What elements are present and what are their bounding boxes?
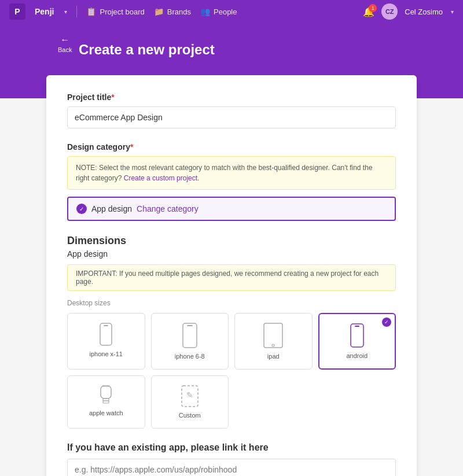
- iphone-x-11-icon: [100, 323, 112, 346]
- nav-item-brands[interactable]: 📁 Brands: [154, 7, 191, 16]
- device-placeholder-2: [318, 375, 396, 429]
- change-category-link[interactable]: Change category: [137, 204, 199, 213]
- back-label: Back: [58, 46, 72, 53]
- app-design-subtitle: App design: [67, 249, 396, 259]
- device-grid-row1: iphone x-11 iphone 6-8 ipad ✓: [67, 313, 396, 370]
- svg-rect-0: [100, 323, 112, 345]
- iphone-6-8-label: iphone 6-8: [175, 353, 205, 360]
- nav-divider: [76, 6, 77, 17]
- create-custom-project-link[interactable]: Create a custom project.: [124, 174, 200, 182]
- page-title: Create a new project: [79, 42, 405, 58]
- nav-item-people[interactable]: 👥 People: [200, 7, 237, 16]
- device-card-iphone-6-8[interactable]: iphone 6-8: [151, 313, 229, 370]
- svg-text:✎: ✎: [186, 390, 193, 400]
- navbar-right: 🔔 1 CZ Cel Zosimo ▾: [363, 3, 454, 20]
- nav-item-label-brands: Brands: [167, 8, 191, 16]
- nav-item-project-board[interactable]: 📋 Project board: [86, 7, 144, 16]
- device-card-custom[interactable]: ✎ Custom: [151, 375, 229, 429]
- notification-button[interactable]: 🔔 1: [363, 6, 374, 17]
- project-board-icon: 📋: [86, 7, 96, 16]
- brand-dropdown-arrow[interactable]: ▾: [64, 9, 67, 15]
- brands-icon: 📁: [154, 7, 164, 16]
- android-check-icon: ✓: [382, 318, 391, 327]
- category-check-icon: ✓: [76, 204, 87, 214]
- important-box: IMPORTANT: If you need multiple pages de…: [67, 264, 396, 291]
- nav-item-label-people: People: [214, 8, 237, 16]
- brand-logo[interactable]: P: [9, 3, 25, 20]
- required-star: *: [111, 93, 114, 102]
- user-name: Cel Zosimo: [405, 8, 443, 16]
- note-text: NOTE: Select the most relevant category …: [76, 164, 373, 182]
- iphone-x-11-label: iphone x-11: [90, 350, 123, 357]
- required-star-2: *: [130, 142, 133, 152]
- custom-label: Custom: [179, 412, 201, 419]
- svg-rect-2: [183, 323, 197, 348]
- device-placeholder-1: [234, 375, 313, 429]
- navbar-left: P Penji ▾ 📋 Project board 📁 Brands 👥 Peo…: [9, 3, 363, 20]
- dimensions-title: Dimensions: [67, 235, 396, 247]
- apple-watch-icon: [98, 385, 114, 405]
- user-dropdown-arrow[interactable]: ▾: [451, 9, 454, 15]
- device-card-iphone-x-11[interactable]: iphone x-11: [67, 313, 145, 370]
- svg-rect-10: [103, 401, 109, 403]
- svg-point-5: [272, 344, 274, 346]
- existing-app-section: If you have an existing app, please link…: [67, 442, 396, 476]
- svg-rect-1: [104, 325, 108, 326]
- custom-icon: ✎: [181, 385, 199, 407]
- dimensions-section: Dimensions App design IMPORTANT: If you …: [67, 235, 396, 429]
- device-card-apple-watch[interactable]: apple watch: [67, 375, 145, 429]
- nav-item-label-project-board: Project board: [100, 8, 144, 16]
- people-icon: 👥: [200, 7, 210, 16]
- desktop-sizes-label: Desktop sizes: [67, 299, 396, 307]
- device-card-android[interactable]: ✓ android: [318, 313, 396, 370]
- user-avatar: CZ: [381, 3, 398, 20]
- svg-rect-6: [351, 324, 363, 347]
- category-selected-row: ✓ App design Change category: [67, 197, 396, 221]
- design-category-section: Design category* NOTE: Select the most r…: [67, 142, 396, 221]
- android-icon: [350, 323, 364, 348]
- device-card-ipad[interactable]: ipad: [234, 313, 313, 370]
- svg-rect-3: [187, 325, 193, 326]
- ipad-icon: [263, 323, 283, 348]
- notification-badge: 1: [369, 4, 377, 12]
- category-name: App design: [91, 204, 132, 213]
- back-button[interactable]: ← Back: [58, 35, 72, 53]
- iphone-6-8-icon: [182, 323, 197, 348]
- android-label: android: [346, 352, 368, 359]
- project-title-label: Project title*: [67, 93, 396, 102]
- navbar: P Penji ▾ 📋 Project board 📁 Brands 👥 Peo…: [0, 0, 463, 23]
- category-note-box: NOTE: Select the most relevant category …: [67, 156, 396, 190]
- brand-name: Penji: [35, 7, 54, 16]
- svg-rect-8: [101, 386, 111, 398]
- back-arrow-icon: ←: [60, 35, 69, 45]
- design-category-label: Design category*: [67, 142, 396, 152]
- device-grid-row2: apple watch ✎ Custom: [67, 375, 396, 429]
- project-title-input[interactable]: [67, 106, 396, 128]
- apple-watch-label: apple watch: [89, 409, 123, 416]
- existing-app-input[interactable]: [67, 459, 396, 476]
- ipad-label: ipad: [267, 353, 280, 360]
- svg-rect-7: [355, 326, 359, 327]
- content-card: Project title* Design category* NOTE: Se…: [46, 75, 417, 476]
- project-title-section: Project title*: [67, 93, 396, 128]
- existing-app-label: If you have an existing app, please link…: [67, 442, 396, 453]
